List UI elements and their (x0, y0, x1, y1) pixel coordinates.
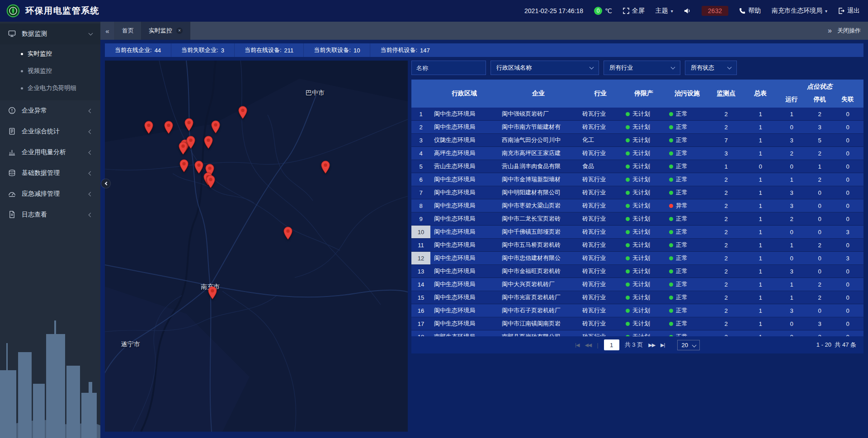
column-header-limit: 停限产 (622, 80, 665, 108)
tab[interactable]: 首页 (115, 22, 142, 40)
tab-scroll-right-button[interactable]: » (828, 27, 832, 35)
sidebar-group-header[interactable]: 企业用电量分析 (0, 142, 100, 163)
fullscreen-icon (623, 8, 629, 14)
limit-status-cell: 无计划 (622, 199, 665, 212)
stop-cell: 0 (806, 265, 834, 278)
prev-page-button[interactable]: ◀◀ (585, 342, 591, 348)
table-row[interactable]: 16阆中生态环境局阆中市石子页岩机砖厂砖瓦行业无计划正常21300 (411, 304, 863, 317)
sidebar-group-header[interactable]: 基础数据管理 (0, 163, 100, 184)
help-button[interactable]: 帮助 (739, 7, 761, 15)
sidebar-group-label: 企业综合统计 (22, 127, 60, 136)
sidebar-group-header[interactable]: 应急减排管理 (0, 184, 100, 204)
table-row[interactable]: 18南部生态环境局南部县页岩砖有限公司砖瓦行业无计划正常21030 (411, 330, 863, 336)
lost-cell: 3 (834, 252, 862, 264)
sidebar-item[interactable]: 企业电力负荷明细 (0, 80, 100, 97)
table-row[interactable]: 9阆中生态环境局阆中市二龙长宝页岩砖砖瓦行业无计划正常21200 (411, 212, 863, 226)
lost-cell: 0 (834, 108, 862, 120)
points-cell: 2 (709, 330, 743, 336)
status-filter-value: 所有状态 (691, 64, 714, 72)
notification-badge[interactable]: 2632 (702, 6, 728, 16)
tab[interactable]: 实时监控× (142, 22, 190, 40)
map-pin[interactable] (194, 160, 203, 174)
fullscreen-button[interactable]: 全屏 (623, 7, 645, 15)
sidebar-item[interactable]: 实时监控 (0, 45, 100, 62)
status-filter-select[interactable]: 所有状态 (685, 61, 737, 75)
table-row[interactable]: 12阆中生态环境局阆中市忠信建材有限公砖瓦行业无计划正常21003 (411, 252, 863, 265)
status-dot-icon (669, 322, 673, 326)
next-page-button[interactable]: ▶▶ (648, 342, 655, 348)
points-cell: 2 (709, 199, 743, 212)
content: « 首页实时监控× » 关闭操作 当前在线企业:44当前失联企业:3当前在线设备… (100, 22, 868, 438)
table-row[interactable]: 17阆中生态环境局阆中市江南镇阆南页岩砖瓦行业无计划正常21030 (411, 317, 863, 330)
tab-scroll-left-button[interactable]: « (100, 22, 115, 40)
stat-value: 44 (155, 47, 161, 54)
table-row[interactable]: 13阆中生态环境局阆中市金福旺页岩机砖砖瓦行业无计划正常21300 (411, 265, 863, 278)
table-row[interactable]: 6阆中生态环境局阆中市金博瑞新型墙材砖瓦行业无计划正常21120 (411, 173, 863, 186)
facility-status-cell: 正常 (665, 226, 709, 238)
limit-status-cell: 无计划 (622, 291, 665, 304)
map-pin[interactable] (178, 141, 188, 155)
announcement-button[interactable] (684, 8, 691, 14)
org-dropdown[interactable]: 南充市生态环境局 ▾ (772, 7, 827, 15)
industry-filter-select[interactable]: 所有行业 (604, 61, 680, 75)
map-pin[interactable] (179, 159, 189, 173)
map-pin[interactable] (204, 136, 213, 149)
status-dot-icon (669, 217, 673, 221)
table-row[interactable]: 3仪陇生态环境局西南油气田分公司川中化工无计划正常71350 (411, 134, 863, 147)
map-pin[interactable] (206, 175, 215, 188)
facility-status-label: 正常 (676, 241, 688, 249)
table-row[interactable]: 11阆中生态环境局阆中市五马桥页岩机砖砖瓦行业无计划正常21120 (411, 239, 863, 252)
table-row[interactable]: 1阆中生态环境局阆中强锐页岩砖厂砖瓦行业无计划正常21120 (411, 108, 863, 121)
table-row[interactable]: 2阆中生态环境局阆中市南方节能建材有砖瓦行业无计划正常21030 (411, 121, 863, 134)
phone-icon (739, 8, 745, 14)
table-row[interactable]: 15阆中生态环境局阆中市光富页岩机砖厂砖瓦行业无计划正常21120 (411, 291, 863, 304)
chevron-down-icon (727, 65, 732, 70)
logout-button[interactable]: 退出 (838, 7, 860, 15)
map-pin[interactable] (283, 226, 292, 240)
sidebar-group-header[interactable]: 企业异常 (0, 100, 100, 121)
status-dot-icon (626, 191, 630, 195)
map-pin[interactable] (321, 160, 330, 174)
sidebar-group-header[interactable]: 企业综合统计 (0, 121, 100, 142)
sidebar-group-header[interactable]: 数据监测 (0, 24, 100, 44)
status-dot-icon (626, 125, 630, 129)
theme-dropdown[interactable]: 主题 ▾ (656, 7, 673, 15)
status-dot-icon (626, 151, 630, 155)
map-pin[interactable] (164, 121, 173, 134)
status-dot-icon (669, 283, 673, 287)
company-cell: 阆中市五马桥页岩机砖 (498, 239, 579, 251)
run-cell: 3 (778, 134, 806, 146)
map-pin[interactable] (238, 106, 247, 119)
region-cell: 阆中生态环境局 (430, 252, 498, 264)
table-row[interactable]: 7阆中生态环境局阆中明阳建材有限公司砖瓦行业无计划正常21300 (411, 186, 863, 199)
region-filter-select[interactable]: 行政区域名称 (491, 61, 599, 75)
company-cell: 阆中强锐页岩砖厂 (498, 108, 579, 120)
close-operations-button[interactable]: 关闭操作 (837, 27, 861, 35)
industry-cell: 砖瓦行业 (579, 186, 622, 199)
map-city-label: 巴中市 (306, 89, 325, 97)
map-pin[interactable] (211, 120, 221, 134)
table-row[interactable]: 4高坪生态环境局南充市高坪区王家店建砖瓦行业无计划正常31220 (411, 147, 863, 160)
stop-cell: 2 (806, 278, 834, 291)
table-row[interactable]: 14阆中生态环境局阆中大兴页岩机砖厂砖瓦行业无计划正常21120 (411, 278, 863, 291)
last-page-button[interactable]: ▶| (660, 342, 665, 348)
sidebar-item[interactable]: 视频监控 (0, 62, 100, 80)
limit-status-cell: 无计划 (622, 121, 665, 133)
tab-close-icon[interactable]: × (176, 28, 183, 34)
name-filter-input[interactable] (411, 61, 486, 75)
limit-status-cell: 无计划 (622, 278, 665, 291)
sidebar-group-header[interactable]: 日志查看 (0, 204, 100, 225)
collapse-sidebar-handle[interactable] (101, 179, 110, 188)
status-dot-icon (669, 178, 673, 182)
status-dot-icon (626, 256, 630, 260)
table-row[interactable]: 5营山生态环境局营山县润丰肉食品有限食品无计划正常10010 (411, 160, 863, 173)
map-pin[interactable] (208, 286, 217, 300)
facility-status-label: 正常 (676, 254, 688, 262)
current-page-box[interactable]: 1 (604, 339, 619, 350)
table-row[interactable]: 8阆中生态环境局阆中市枣碧大梁山页岩砖瓦行业无计划异常21300 (411, 199, 863, 212)
first-page-button[interactable]: |◀ (575, 342, 579, 348)
map-pin[interactable] (144, 121, 154, 134)
table-row[interactable]: 10阆中生态环境局阆中千佛镇五郎垭页岩砖瓦行业无计划正常21003 (411, 226, 863, 239)
map-pin[interactable] (184, 118, 194, 132)
page-size-select[interactable]: 20 (677, 340, 699, 350)
